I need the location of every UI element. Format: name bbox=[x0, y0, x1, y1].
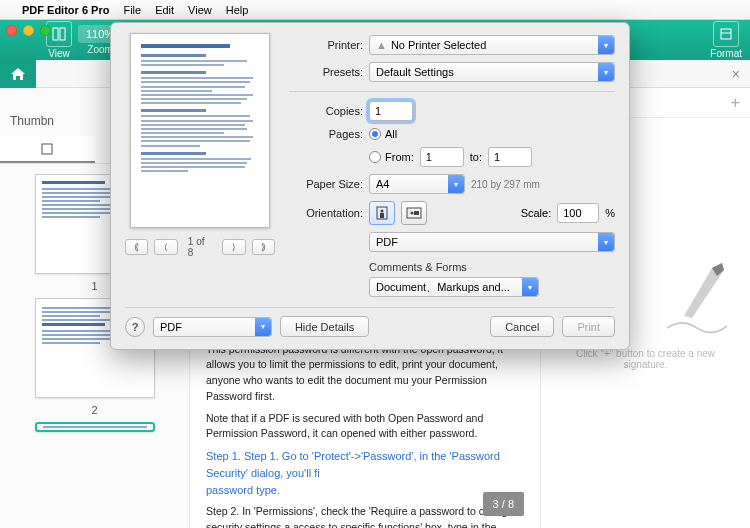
zoom-label: Zoom bbox=[87, 44, 113, 55]
svg-point-6 bbox=[381, 210, 384, 213]
svg-rect-2 bbox=[721, 29, 731, 39]
landscape-button[interactable] bbox=[401, 201, 427, 225]
page-icon bbox=[40, 143, 54, 155]
papersize-note: 210 by 297 mm bbox=[471, 179, 540, 190]
chevron-updown-icon: ▾ bbox=[522, 278, 538, 296]
thumbnail-page-3[interactable] bbox=[35, 422, 155, 432]
view-label: View bbox=[48, 48, 70, 59]
app-name[interactable]: PDF Editor 6 Pro bbox=[22, 4, 109, 16]
preview-page-indicator: 1 of 8 bbox=[188, 236, 212, 258]
print-button[interactable]: Print bbox=[562, 316, 615, 337]
scale-input[interactable]: 100 bbox=[557, 203, 599, 223]
preview-first-button[interactable]: ⟪ bbox=[125, 239, 148, 255]
printer-select[interactable]: ▲No Printer Selected▾ bbox=[369, 35, 615, 55]
step-1: Step 1. Step 1. Go to 'Protect'->'Passwo… bbox=[206, 450, 500, 479]
close-tab-button[interactable]: × bbox=[732, 66, 740, 82]
papersize-select[interactable]: A4▾ bbox=[369, 174, 465, 194]
menu-edit[interactable]: Edit bbox=[155, 4, 174, 16]
svg-rect-0 bbox=[53, 28, 58, 40]
presets-select[interactable]: Default Settings▾ bbox=[369, 62, 615, 82]
presets-label: Presets: bbox=[289, 66, 363, 78]
window-controls bbox=[6, 25, 51, 36]
menu-view[interactable]: View bbox=[188, 4, 212, 16]
pages-from-radio[interactable]: From: bbox=[369, 151, 414, 163]
zoom-window-icon[interactable] bbox=[40, 25, 51, 36]
mac-menubar: PDF Editor 6 Pro File Edit View Help bbox=[0, 0, 750, 20]
comments-forms-select[interactable]: Document、Markups and...▾ bbox=[369, 277, 539, 297]
pen-illustration-icon bbox=[662, 258, 732, 338]
chevron-updown-icon: ▾ bbox=[598, 63, 614, 81]
format-label: Format bbox=[710, 48, 742, 59]
close-window-icon[interactable] bbox=[6, 25, 17, 36]
body-text: Note that if a PDF is secured with both … bbox=[206, 411, 524, 443]
minimize-window-icon[interactable] bbox=[23, 25, 34, 36]
svg-rect-10 bbox=[414, 211, 419, 215]
comments-forms-label: Comments & Forms bbox=[369, 261, 615, 273]
papersize-label: Paper Size: bbox=[289, 178, 363, 190]
step-2: Step 2. In 'Permissions', check the 'Req… bbox=[206, 504, 524, 528]
orientation-label: Orientation: bbox=[289, 207, 363, 219]
menu-file[interactable]: File bbox=[123, 4, 141, 16]
pages-to-input[interactable]: 1 bbox=[488, 147, 532, 167]
svg-rect-7 bbox=[380, 213, 384, 218]
landscape-icon bbox=[406, 207, 422, 219]
preview-prev-button[interactable]: ⟨ bbox=[154, 239, 177, 255]
thumb-number-2: 2 bbox=[91, 404, 97, 416]
pages-label: Pages: bbox=[289, 128, 363, 140]
print-dialog: ⟪ ⟨ 1 of 8 ⟩ ⟫ Printer: ▲No Printer Sele… bbox=[110, 22, 630, 350]
svg-rect-1 bbox=[60, 28, 65, 40]
format-button[interactable] bbox=[713, 21, 739, 47]
thumbnail-tab[interactable] bbox=[0, 136, 95, 163]
cancel-button[interactable]: Cancel bbox=[490, 316, 554, 337]
chevron-updown-icon: ▾ bbox=[598, 36, 614, 54]
chevron-updown-icon: ▾ bbox=[448, 175, 464, 193]
preview-next-button[interactable]: ⟩ bbox=[222, 239, 245, 255]
add-signature-button[interactable]: + bbox=[731, 94, 740, 112]
svg-rect-4 bbox=[42, 144, 52, 154]
signature-hint: Click "+" button to create a new signatu… bbox=[541, 348, 750, 370]
scale-label: Scale: bbox=[521, 207, 552, 219]
body-text: This permission password is different wi… bbox=[206, 342, 524, 405]
copies-label: Copies: bbox=[289, 105, 363, 117]
help-button[interactable]: ? bbox=[125, 317, 145, 337]
pages-from-input[interactable]: 1 bbox=[420, 147, 464, 167]
pages-all-radio[interactable]: All bbox=[369, 128, 397, 140]
chevron-down-icon: ▾ bbox=[255, 318, 271, 336]
destination-select[interactable]: PDF▾ bbox=[369, 232, 615, 252]
portrait-icon bbox=[376, 206, 388, 220]
menu-help[interactable]: Help bbox=[226, 4, 249, 16]
page-indicator: 3 / 8 bbox=[483, 492, 524, 517]
svg-point-9 bbox=[411, 212, 414, 215]
home-icon bbox=[10, 67, 26, 81]
thumb-number-1: 1 bbox=[91, 280, 97, 292]
home-tab[interactable] bbox=[0, 60, 36, 88]
printer-label: Printer: bbox=[289, 39, 363, 51]
portrait-button[interactable] bbox=[369, 201, 395, 225]
preview-last-button[interactable]: ⟫ bbox=[252, 239, 275, 255]
hide-details-button[interactable]: Hide Details bbox=[280, 316, 369, 337]
chevron-updown-icon: ▾ bbox=[598, 233, 614, 251]
print-preview bbox=[130, 33, 270, 228]
pdf-dropdown[interactable]: PDF▾ bbox=[153, 317, 272, 337]
copies-input[interactable]: 1 bbox=[369, 101, 413, 121]
